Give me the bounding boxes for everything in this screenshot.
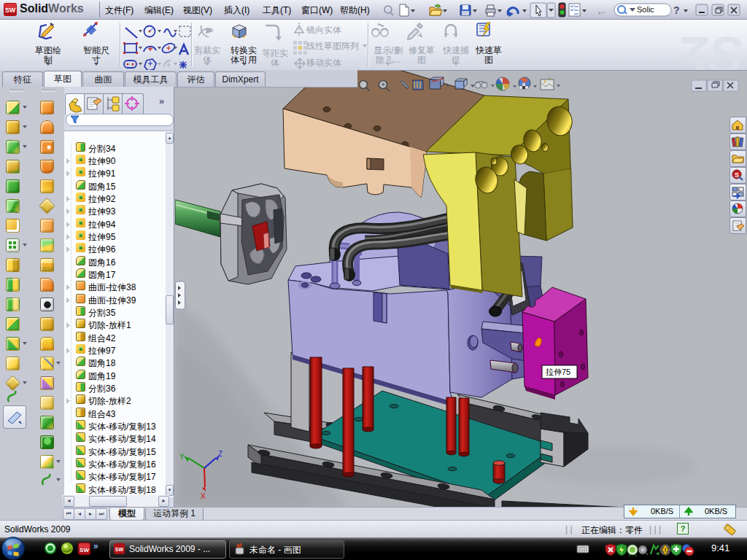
svg-text:!: ! <box>665 547 667 553</box>
svg-text:?: ? <box>673 4 680 16</box>
svg-text:SW: SW <box>5 7 16 14</box>
svg-text:SW: SW <box>115 547 124 552</box>
svg-text:SW: SW <box>80 547 89 553</box>
svg-text:Z: Z <box>218 450 222 458</box>
svg-text:Solic: Solic <box>637 5 654 14</box>
svg-text:»: » <box>93 541 98 551</box>
svg-text:Y: Y <box>179 453 185 461</box>
svg-text:X: X <box>201 492 206 500</box>
svg-text:S: S <box>735 171 739 179</box>
svg-text:⹁..: ⹁.. <box>598 6 605 15</box>
svg-text:拉伸75: 拉伸75 <box>546 368 570 376</box>
